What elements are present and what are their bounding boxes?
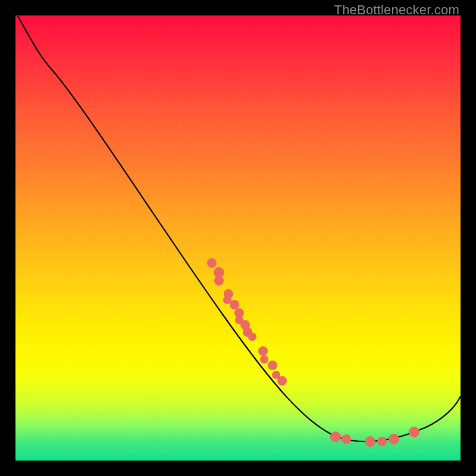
scatter-dot xyxy=(214,276,224,286)
scatter-dot xyxy=(260,355,268,364)
chart-stage: TheBottlenecker.com xyxy=(0,0,476,476)
scatter-dot xyxy=(365,436,375,447)
curve-svg xyxy=(15,15,461,461)
scatter-dot xyxy=(248,333,256,341)
scatter-dot xyxy=(207,258,217,268)
scatter-dot xyxy=(277,376,287,386)
scatter-dot xyxy=(389,434,399,444)
scatter-dot xyxy=(268,361,277,370)
scatter-dot xyxy=(258,346,268,356)
scatter-dot xyxy=(409,427,419,437)
scatter-dot xyxy=(377,437,387,446)
bottleneck-curve xyxy=(18,16,461,441)
scatter-dot xyxy=(342,434,351,444)
scatter-dot xyxy=(330,431,341,442)
plot-area xyxy=(15,15,461,461)
